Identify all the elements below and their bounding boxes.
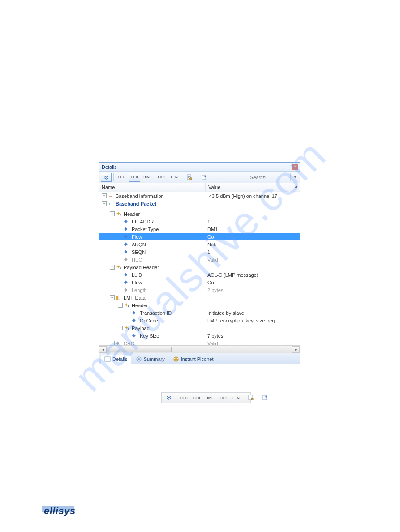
tree-row-label: ◆Key Size — [99, 333, 206, 339]
expand-toggle[interactable]: − — [110, 265, 115, 270]
tree-view[interactable]: +→Baseband Information-43.5 dBm (High) o… — [99, 192, 300, 345]
tree-row[interactable]: ◆Transaction IDInitiated by slave — [99, 309, 300, 317]
tree-row[interactable]: ◆HECValid — [99, 256, 300, 263]
row-name: OpCode — [140, 318, 158, 323]
tab-summary[interactable]: Summary — [132, 355, 168, 364]
tree-row[interactable]: ◆ARQNNak — [99, 240, 300, 248]
row-icon: ◆ — [132, 310, 138, 316]
tree-row[interactable]: −Payload Header — [99, 263, 300, 271]
col-value[interactable]: Value — [206, 183, 292, 192]
dec-button[interactable]: DEC — [116, 173, 128, 182]
ofs-button-2[interactable]: OFS — [218, 393, 229, 402]
bin-button[interactable]: BIN — [141, 173, 151, 182]
tree-row[interactable]: ◆SEQN1 — [99, 248, 300, 256]
hex-button[interactable]: HEX — [129, 173, 140, 182]
export-button-2[interactable] — [260, 393, 271, 402]
export-icon — [262, 395, 268, 401]
toolbar-separator — [182, 173, 182, 181]
row-icon: ◆ — [124, 219, 130, 225]
len-button[interactable]: LEN — [168, 173, 180, 182]
chevron-down-icon — [103, 174, 109, 180]
svg-rect-2 — [188, 176, 190, 177]
row-name: CRC — [124, 341, 134, 346]
ofs-button[interactable]: OFS — [156, 173, 168, 182]
len-button-2[interactable]: LEN — [230, 393, 242, 402]
tab-details[interactable]: Details — [101, 355, 131, 364]
tree-row[interactable]: ◆FlowGo — [99, 233, 300, 240]
search-dropdown-arrow[interactable]: ▾ — [292, 175, 298, 179]
expand-toggle[interactable]: − — [110, 211, 115, 216]
doc-view-button-2[interactable] — [245, 393, 256, 402]
close-button[interactable]: ✕ — [292, 164, 298, 170]
tree-row[interactable]: ◆FlowGo — [99, 279, 300, 286]
scroll-right-arrow[interactable]: ▸ — [292, 346, 300, 353]
expand-toggle[interactable]: − — [110, 295, 115, 300]
tree-row[interactable]: −←Baseband Packet — [99, 200, 300, 207]
tree-row[interactable]: ◆Length2 bytes — [99, 286, 300, 294]
svg-rect-17 — [249, 396, 252, 396]
row-value: 7 bytes — [206, 333, 300, 339]
expand-toggle[interactable]: − — [102, 201, 107, 206]
tree-row-label: ◆Transaction ID — [99, 310, 206, 316]
tree-row[interactable]: ◆Packet TypeDM1 — [99, 225, 300, 233]
row-icon: ◆ — [124, 241, 130, 248]
svg-point-14 — [176, 358, 178, 359]
row-value: Nak — [206, 242, 300, 247]
row-value: -43.5 dBm (High) on channel 17 — [206, 193, 300, 199]
tree-row[interactable]: −Header — [99, 210, 300, 218]
row-name: SEQN — [132, 249, 146, 255]
row-name: Header — [124, 211, 140, 217]
expand-toggle[interactable]: − — [118, 303, 123, 308]
tree-row-label: ◆SEQN — [99, 249, 206, 255]
row-icon — [116, 264, 122, 270]
col-name[interactable]: Name — [99, 183, 206, 192]
svg-point-19 — [251, 398, 253, 400]
bin-button-2[interactable]: BIN — [203, 393, 214, 402]
row-icon: ◆ — [124, 272, 130, 278]
row-icon: ◆ — [124, 234, 130, 240]
scroll-thumb[interactable] — [107, 347, 172, 352]
expand-toggle[interactable]: + — [102, 193, 107, 198]
export-button[interactable] — [199, 173, 210, 182]
expand-toggle[interactable]: + — [110, 341, 115, 345]
row-icon — [124, 325, 130, 331]
svg-point-4 — [189, 177, 192, 180]
expand-toggle[interactable]: − — [118, 326, 123, 330]
row-name: Flow — [132, 234, 142, 240]
tab-piconet-label: Instant Piconet — [181, 356, 214, 362]
tree-row[interactable]: −◧LMP Data — [99, 294, 300, 301]
tree-row-label: ◆Flow — [99, 279, 206, 286]
tree-row[interactable]: −Payload — [99, 324, 300, 332]
tree-row[interactable]: ◆OpCodeLMP_encryption_key_size_req — [99, 317, 300, 324]
sort-indicator[interactable]: ▲ — [292, 183, 300, 192]
dec-button-2[interactable]: DEC — [178, 393, 190, 402]
tree-row-label: ◆LT_ADDR — [99, 219, 206, 225]
row-name: Header — [132, 303, 148, 308]
tree-row[interactable]: ◆LT_ADDR1 — [99, 218, 300, 225]
tab-piconet[interactable]: Instant Piconet — [169, 355, 217, 364]
scroll-track[interactable] — [107, 346, 292, 353]
row-name: LLID — [132, 272, 142, 278]
ellisys-logo: ellisys — [44, 505, 76, 517]
svg-rect-8 — [105, 359, 110, 359]
row-value: DM1 — [206, 227, 300, 232]
titlebar: Details ✕ — [99, 163, 300, 172]
tree-row[interactable]: ◆LLIDACL-C (LMP message) — [99, 271, 300, 279]
row-name: Length — [132, 287, 147, 293]
search-input[interactable] — [248, 173, 288, 181]
tree-row[interactable]: +→Baseband Information-43.5 dBm (High) o… — [99, 192, 300, 200]
tree-row-label: −Header — [99, 302, 206, 309]
tree-row[interactable]: −Header — [99, 301, 300, 309]
row-name: HEC — [132, 257, 142, 262]
tree-row[interactable]: ◆Key Size7 bytes — [99, 332, 300, 339]
expand-all-button-2[interactable] — [163, 393, 174, 402]
scroll-left-arrow[interactable]: ◂ — [99, 346, 107, 353]
horizontal-scrollbar[interactable]: ◂ ▸ — [99, 345, 300, 353]
row-icon: ◧ — [116, 295, 122, 301]
doc-view-button[interactable] — [184, 173, 195, 182]
row-value: Go — [206, 234, 300, 240]
tree-row-label: ◆Length — [99, 287, 206, 293]
expand-all-button[interactable] — [101, 173, 112, 182]
tree-row[interactable]: +◆CRCValid — [99, 339, 300, 345]
hex-button-2[interactable]: HEX — [191, 393, 202, 402]
